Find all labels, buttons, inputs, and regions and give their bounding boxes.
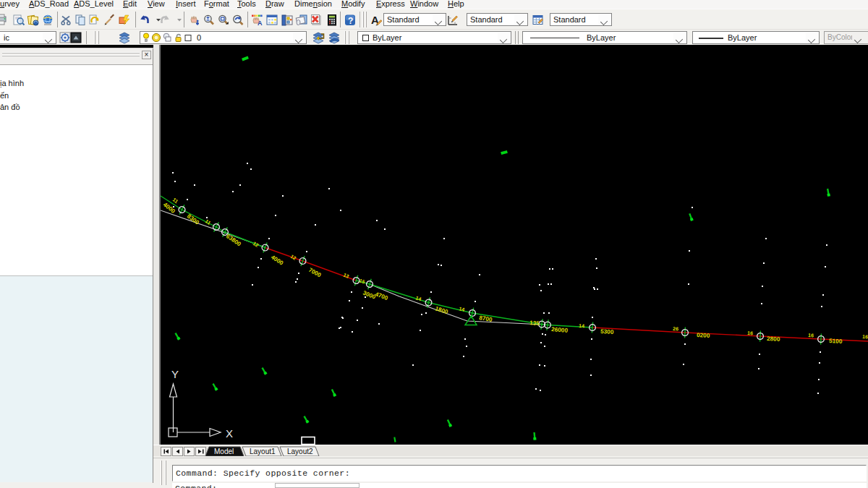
svg-text:Y: Y — [171, 368, 179, 380]
svg-text:26000: 26000 — [551, 326, 569, 334]
svg-text:16: 16 — [808, 333, 814, 338]
svg-text:4000: 4000 — [162, 201, 176, 215]
svg-text:26: 26 — [673, 326, 678, 331]
svg-text:7000: 7000 — [307, 267, 323, 279]
svg-text:2800: 2800 — [767, 335, 780, 343]
svg-text:4000: 4000 — [270, 254, 285, 267]
svg-text:11: 11 — [171, 197, 179, 204]
svg-text:12: 12 — [252, 241, 259, 248]
svg-text:12: 12 — [290, 254, 297, 261]
svg-text:Model: Model — [214, 448, 234, 455]
svg-text:A: A — [258, 20, 263, 27]
svg-text:X: X — [226, 427, 233, 440]
svg-text:16: 16 — [747, 330, 753, 335]
svg-text:15: 15 — [359, 278, 366, 284]
svg-text:5100: 5100 — [829, 338, 843, 345]
svg-text:?: ? — [348, 16, 353, 26]
svg-text:8300: 8300 — [186, 213, 200, 226]
svg-text:4700: 4700 — [374, 291, 389, 301]
svg-text:5300: 5300 — [600, 328, 614, 335]
svg-text:16: 16 — [862, 334, 868, 339]
svg-text:135: 135 — [529, 320, 540, 327]
svg-text:0200: 0200 — [697, 332, 710, 339]
svg-text:14: 14 — [579, 323, 584, 328]
svg-text:Layout1: Layout1 — [250, 448, 276, 455]
svg-text:Layout2: Layout2 — [287, 448, 313, 455]
svg-text:14: 14 — [415, 295, 422, 301]
